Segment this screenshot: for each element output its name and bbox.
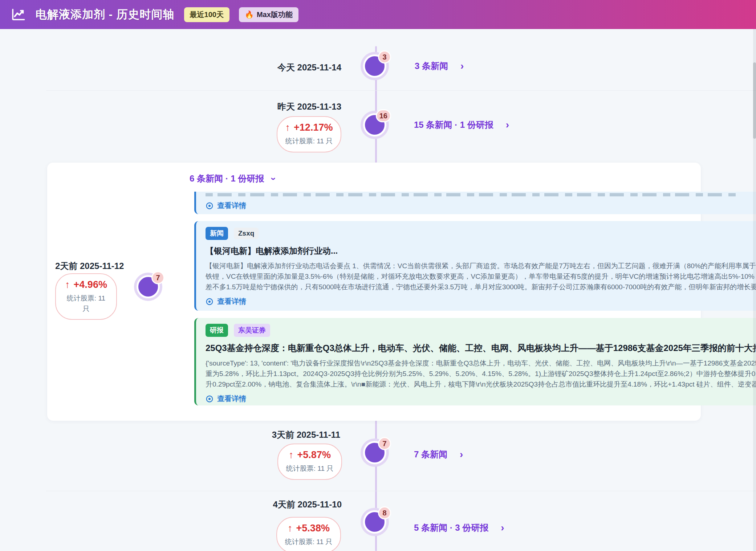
news-count-badge: 16 — [376, 109, 391, 122]
range-badge[interactable]: 最近100天 — [184, 7, 229, 22]
change-percent: +12.17% — [294, 122, 333, 133]
entry-date: 4天前 2025-11-10 — [273, 499, 342, 510]
entry-summary-text: 5 条新闻 · 3 份研报 — [414, 522, 488, 534]
entry-date: 昨天 2025-11-13 — [277, 101, 341, 113]
timeline-node[interactable]: 16 — [363, 113, 386, 136]
news-card-clipped: 查看详情 — [194, 192, 756, 214]
stocks-count: 统计股票: 11 只 — [285, 537, 333, 547]
chevron-right-icon: › — [506, 119, 509, 131]
max-feature-badge: 🔥 Max版功能 — [239, 7, 298, 22]
news-count-badge: 8 — [378, 506, 391, 519]
page-title: 电解液添加剂 - 历史时间轴 — [36, 7, 175, 22]
view-detail-label: 查看详情 — [217, 297, 246, 306]
timeline-page: 电解液添加剂 - 历史时间轴 最近100天 🔥 Max版功能 今天 2025-1… — [0, 0, 756, 551]
up-arrow-icon: ↑ — [288, 523, 293, 534]
entry-date: 3天前 2025-11-11 — [272, 429, 340, 441]
change-percent: +4.96% — [74, 279, 107, 290]
change-percent: +5.87% — [297, 449, 331, 461]
timeline-node[interactable]: 8 — [363, 510, 386, 534]
expanded-summary-toggle[interactable]: 6 条新闻 · 1 份研报 › — [190, 173, 275, 184]
line-chart-icon — [11, 7, 26, 22]
stocks-count: 统计股票: 11 只 — [62, 293, 110, 314]
change-pill: ↑ +5.38% 统计股票: 11 只 — [276, 517, 341, 551]
vertical-scrollbar[interactable] — [753, 29, 756, 551]
report-card: 研报 东吴证券 25Q3基金持仓深度：电新重仓Q3总体上升，电动车、光伏、储能、… — [194, 318, 756, 405]
view-detail-link[interactable]: 查看详情 — [206, 297, 756, 306]
change-pill: ↑ +4.96% 统计股票: 11 只 — [55, 273, 117, 320]
change-percent: +5.38% — [296, 523, 330, 534]
entry-summary-link[interactable]: 3 条新闻 › — [415, 60, 464, 72]
report-type-badge: 研报 — [206, 324, 228, 337]
entry-summary-text: 7 条新闻 — [414, 449, 447, 460]
fire-icon: 🔥 — [245, 10, 254, 19]
news-title: 【银河电新】电解液添加剂行业动... — [206, 245, 756, 257]
report-body-line: {'sourceType': 13, 'content': '电力设备行业深度报… — [206, 358, 756, 368]
entry-summary-text: 3 条新闻 — [415, 60, 448, 72]
entry-summary-text: 6 条新闻 · 1 份研报 — [190, 173, 264, 184]
news-type-badge: 新闻 — [206, 227, 228, 240]
chevron-right-icon: › — [460, 449, 463, 460]
row-divider — [46, 491, 756, 491]
news-count-badge: 3 — [378, 50, 391, 64]
entry-date: 今天 2025-11-14 — [277, 62, 341, 73]
chevron-right-icon: › — [501, 522, 504, 534]
news-count-badge: 7 — [151, 271, 164, 284]
change-pill: ↑ +5.87% 统计股票: 11 只 — [277, 444, 342, 480]
eye-icon — [206, 395, 214, 403]
timeline-node[interactable]: 7 — [363, 441, 386, 464]
timeline-node[interactable]: 3 — [363, 54, 386, 78]
entry-summary-link[interactable]: 5 条新闻 · 3 份研报 › — [414, 522, 504, 534]
news-body-line: 【银河电新】电解液添加剂行业动态电话会要点 1、供需情况：VC当前供需很紧，头部… — [206, 261, 756, 271]
view-detail-link[interactable]: 查看详情 — [206, 394, 756, 404]
news-body-line: 铁锂，VC在铁锂里面的添加量是3.5%-6%（特别是储能，对循环充放电次数要求更… — [206, 271, 756, 282]
timeline-node[interactable]: 7 — [137, 275, 160, 298]
stocks-count: 统计股票: 11 只 — [286, 464, 334, 474]
news-count-badge: 7 — [378, 437, 391, 450]
stocks-count: 统计股票: 11 只 — [285, 136, 333, 147]
report-body-line: 重为5.28%，环比上升1.13pct。2024Q3-2025Q3持仓比例分别为… — [206, 368, 756, 379]
app-header: 电解液添加剂 - 历史时间轴 最近100天 🔥 Max版功能 — [0, 0, 756, 29]
clipped-text-strip — [206, 193, 738, 196]
eye-icon — [206, 298, 214, 306]
entry-summary-link[interactable]: 15 条新闻 · 1 份研报 › — [414, 119, 509, 131]
up-arrow-icon: ↑ — [289, 449, 294, 461]
news-source-badge: Zsxq — [234, 228, 259, 239]
up-arrow-icon: ↑ — [65, 279, 70, 290]
max-feature-label: Max版功能 — [257, 10, 293, 20]
eye-icon — [206, 202, 214, 210]
up-arrow-icon: ↑ — [285, 122, 290, 133]
view-detail-label: 查看详情 — [217, 201, 246, 211]
report-body-line: 升0.29pct至2.00%，钠电池、复合集流体上涨。\r\n■新能源：光伏、风… — [206, 379, 756, 389]
report-title: 25Q3基金持仓深度：电新重仓Q3总体上升，电动车、光伏、储能、工控、电网、风电… — [206, 342, 756, 354]
row-divider — [46, 90, 756, 91]
scrollbar-thumb[interactable] — [753, 62, 756, 139]
news-body-line: 差不多1.5万吨是给宁德保供的，只有5000吨在市场进行流通，宁德也还要外采3.… — [206, 282, 756, 292]
chevron-right-icon: › — [460, 60, 464, 72]
view-detail-label: 查看详情 — [217, 394, 246, 404]
entry-date: 2天前 2025-11-12 — [55, 260, 124, 272]
entry-summary-link[interactable]: 7 条新闻 › — [414, 449, 463, 460]
chevron-down-icon: › — [268, 177, 279, 180]
change-pill: ↑ +12.17% 统计股票: 11 只 — [277, 116, 341, 152]
report-source-badge: 东吴证券 — [234, 324, 270, 337]
entry-summary-text: 15 条新闻 · 1 份研报 — [414, 119, 493, 131]
news-card: 新闻 Zsxq 【银河电新】电解液添加剂行业动... 【银河电新】电解液添加剂行… — [194, 221, 756, 311]
view-detail-link[interactable]: 查看详情 — [206, 201, 756, 211]
